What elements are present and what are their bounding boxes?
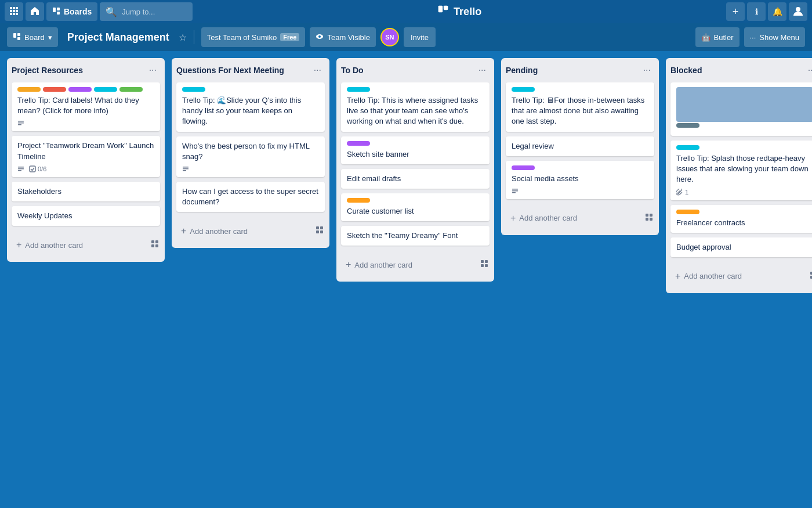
user-icon	[793, 6, 803, 18]
board-content: Project Resources ··· Trello Tip: Card l…	[0, 51, 812, 508]
svg-rect-46	[650, 214, 652, 217]
list-cards-to-do: Trello Tip: This is where assigned tasks…	[336, 82, 494, 250]
list-questions-next-meeting: Questions For Next Meeting ··· Trello Ti…	[172, 58, 329, 248]
show-menu-button[interactable]: ··· Show Menu	[744, 27, 806, 47]
add-card-button[interactable]: + Add another card	[506, 208, 639, 228]
list-project-resources: Project Resources ··· Trello Tip: Card l…	[7, 58, 165, 262]
card-text: Project "Teamwork Dream Work" Launch Tim…	[17, 140, 154, 161]
card-text: Sketch site banner	[347, 149, 484, 160]
svg-rect-35	[320, 226, 323, 229]
card[interactable]: Trello Tip: Splash those redtape-heavy i…	[670, 140, 812, 200]
card-label-row	[512, 87, 648, 92]
team-button[interactable]: Test Team of Sumiko Free	[201, 27, 306, 47]
svg-rect-13	[444, 6, 448, 10]
card[interactable]	[670, 82, 812, 136]
add-card-button[interactable]: + Add another card	[341, 255, 474, 275]
svg-rect-44	[512, 192, 516, 193]
card[interactable]: Weekly Updates	[12, 206, 160, 226]
card[interactable]: Project "Teamwork Dream Work" Launch Tim…	[12, 136, 160, 176]
card-label-row	[676, 210, 812, 214]
search-input[interactable]	[122, 8, 187, 16]
board-view-button[interactable]: Board ▾	[7, 27, 58, 47]
list-title: To Do	[341, 66, 364, 75]
nav-center: Trello	[195, 5, 724, 19]
card-attachment: 1	[676, 189, 688, 196]
svg-rect-5	[16, 10, 18, 12]
card[interactable]: Social media assets	[506, 161, 654, 199]
svg-rect-21	[18, 123, 24, 124]
add-card-button[interactable]: + Add another card	[12, 235, 145, 255]
butler-icon: 🤖	[701, 33, 710, 42]
free-badge: Free	[280, 33, 299, 41]
card[interactable]: Stakeholders	[12, 182, 160, 201]
card-template-button[interactable]	[641, 211, 657, 226]
trello-logo-icon	[437, 5, 449, 19]
svg-rect-20	[18, 121, 24, 122]
list-header-to-do: To Do ···	[336, 58, 494, 82]
card[interactable]: Edit email drafts	[341, 169, 490, 189]
card[interactable]: Sketch site banner	[341, 136, 490, 164]
add-card-row-questions-next-meeting: + Add another card	[172, 217, 329, 248]
svg-rect-37	[320, 230, 323, 233]
card[interactable]: Legal review	[506, 136, 654, 156]
card[interactable]: Budget approval	[670, 237, 812, 257]
card[interactable]: Trello Tip: This is where assigned tasks…	[341, 82, 490, 132]
card[interactable]: Trello Tip: Card labels! What do they me…	[12, 82, 160, 131]
list-menu-button[interactable]: ···	[640, 64, 654, 77]
add-card-button[interactable]: + Add another card	[176, 221, 310, 241]
home-button[interactable]	[26, 2, 44, 21]
add-card-row-blocked: + Add another card	[666, 262, 812, 293]
svg-rect-29	[151, 244, 154, 247]
profile-button[interactable]	[789, 2, 807, 21]
svg-rect-28	[155, 240, 158, 243]
list-menu-button[interactable]: ···	[146, 64, 160, 77]
avatar[interactable]: SN	[380, 28, 399, 46]
card-template-button[interactable]	[806, 269, 812, 284]
card-label	[676, 123, 699, 128]
card-template-button[interactable]	[477, 257, 492, 272]
svg-rect-9	[53, 8, 56, 12]
svg-rect-41	[485, 264, 488, 267]
card-label	[512, 87, 535, 92]
card[interactable]: Who's the best person to fix my HTML sna…	[176, 136, 325, 177]
team-visible-eye-icon	[316, 33, 324, 42]
boards-button[interactable]: Boards	[46, 2, 97, 21]
add-card-plus-icon: +	[675, 271, 680, 282]
card[interactable]: Trello Tip: 🖥For those in-between tasks …	[506, 82, 654, 132]
info-button[interactable]: ℹ	[747, 2, 766, 21]
svg-rect-1	[13, 7, 15, 9]
card[interactable]: Curate customer list	[341, 193, 490, 221]
card[interactable]: Trello Tip: 🌊Slide your Q's into this ha…	[176, 82, 325, 132]
card-text: Legal review	[512, 141, 648, 152]
card[interactable]: Freelancer contracts	[670, 205, 812, 233]
card-label-row	[347, 87, 484, 92]
list-menu-button[interactable]: ···	[475, 64, 490, 77]
card-text: Trello Tip: This is where assigned tasks…	[347, 95, 484, 127]
add-button[interactable]: +	[726, 2, 745, 21]
card-template-button[interactable]	[312, 224, 327, 239]
card[interactable]: How can I get access to the super secret…	[176, 182, 325, 212]
add-card-button[interactable]: + Add another card	[670, 266, 804, 286]
team-visible-button[interactable]: Team Visible	[310, 27, 375, 47]
butler-button[interactable]: 🤖 Butler	[695, 27, 740, 47]
card-footer	[512, 188, 648, 194]
card-text: Social media assets	[512, 174, 648, 184]
notifications-button[interactable]: 🔔	[768, 2, 786, 21]
svg-rect-2	[16, 7, 18, 9]
card[interactable]: Sketch the "Teamy Dreamy" Font	[341, 226, 490, 246]
apps-button[interactable]	[5, 2, 23, 21]
list-menu-button[interactable]: ···	[310, 64, 325, 77]
board-dropdown-icon: ▾	[48, 33, 52, 42]
card-label	[347, 87, 370, 92]
list-menu-button[interactable]: ···	[804, 64, 812, 77]
invite-button[interactable]: Invite	[404, 27, 436, 47]
add-card-row-pending: + Add another card	[501, 204, 659, 235]
card-template-button[interactable]	[147, 237, 162, 253]
card-image	[676, 87, 812, 122]
card-label	[347, 198, 370, 203]
svg-rect-42	[512, 189, 518, 190]
search-bar[interactable]: 🔍	[100, 2, 193, 21]
divider	[194, 30, 194, 44]
star-button[interactable]: ☆	[179, 32, 187, 43]
card-text: Stakeholders	[17, 186, 154, 197]
